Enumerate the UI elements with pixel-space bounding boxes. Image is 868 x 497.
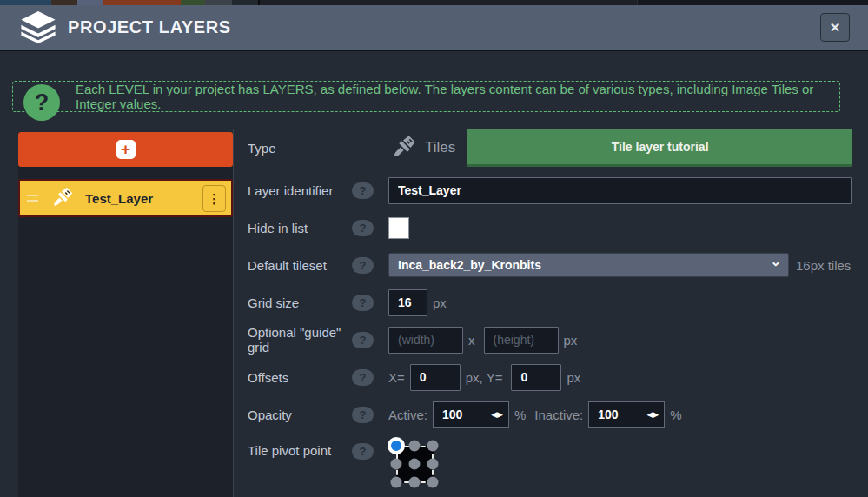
page-title: PROJECT LAYERS (68, 17, 820, 37)
guide-height-input[interactable] (484, 327, 559, 354)
opacity-active-unit: % (514, 408, 526, 422)
pivot-dot-top-center[interactable] (409, 441, 421, 452)
grid-size-row: Grid size ? px (248, 288, 852, 316)
pivot-dot-center[interactable] (409, 459, 421, 470)
pivot-dot-bottom-right[interactable] (427, 477, 439, 488)
selected-tileset: Inca_back2_by_Kronbits (398, 258, 770, 272)
close-button[interactable]: ✕ (820, 13, 850, 42)
identifier-label: Layer identifier (248, 183, 352, 198)
help-icon[interactable]: ? (352, 257, 374, 274)
pivot-dot-bottom-center[interactable] (409, 477, 421, 488)
default-tileset-label: Default tileset (248, 258, 352, 273)
guide-width-input[interactable] (388, 327, 463, 354)
pivot-dot-top-right[interactable] (427, 441, 439, 452)
default-tileset-select[interactable]: Inca_back2_by_Kronbits ⌄ (388, 253, 789, 277)
tile-pivot-widget (388, 438, 442, 492)
hint-text: Each LEVEL in your project has LAYERS, a… (76, 82, 839, 111)
tile-pivot-label: Tile pivot point (248, 443, 352, 458)
help-icon[interactable]: ? (352, 369, 374, 386)
layer-identifier-input[interactable] (388, 177, 852, 204)
panel-header: PROJECT LAYERS ✕ (0, 5, 868, 51)
pivot-dot-middle-left[interactable] (391, 459, 402, 470)
guide-grid-row: Optional "guide" grid ? x px (248, 326, 852, 354)
identifier-row: Layer identifier ? (248, 176, 852, 204)
help-circle-icon: ? (23, 84, 60, 121)
guide-separator: x (468, 333, 475, 348)
guide-grid-label: Optional "guide" grid (248, 325, 352, 355)
layers-list: + Test_Layer ⋮ (18, 132, 233, 497)
pivot-dot-middle-right[interactable] (427, 459, 439, 470)
grid-size-label: Grid size (248, 295, 352, 310)
active-opacity-input[interactable] (434, 408, 491, 421)
hide-in-list-label: Hide in list (248, 221, 352, 235)
active-opacity-stepper: ◀▶ (433, 401, 509, 428)
hide-in-list-checkbox[interactable] (388, 217, 409, 239)
offsets-row: Offsets ? X= px, Y= px (248, 363, 852, 391)
background-app-strip (0, 0, 868, 5)
grid-size-unit: px (433, 295, 447, 310)
help-icon[interactable]: ? (352, 295, 374, 311)
stepper-arrows-icon[interactable]: ◀▶ (646, 410, 659, 419)
tile-pivot-row: Tile pivot point ? (248, 438, 852, 492)
chevron-down-icon: ⌄ (770, 254, 781, 269)
guide-unit: px (564, 333, 578, 348)
opacity-active-label: Active: (388, 408, 427, 422)
offsets-unit: px (567, 370, 580, 385)
help-icon[interactable]: ? (352, 332, 374, 348)
help-icon[interactable]: ? (352, 407, 374, 423)
close-icon: ✕ (830, 20, 841, 36)
hint-banner: ? Each LEVEL in your project has LAYERS,… (12, 81, 840, 112)
pivot-dot-top-left-selected[interactable] (388, 437, 405, 454)
layers-icon (21, 11, 56, 43)
help-icon[interactable]: ? (352, 443, 374, 460)
opacity-row: Opacity ? Active: ◀▶ % Inactive: ◀▶ % (248, 401, 852, 428)
layer-list-item[interactable]: Test_Layer ⋮ (18, 179, 233, 217)
layer-item-label: Test_Layer (85, 191, 202, 206)
pivot-dot-bottom-left[interactable] (391, 477, 402, 488)
inactive-opacity-stepper: ◀▶ (588, 401, 665, 428)
tile-layer-tutorial-button[interactable]: Tile layer tutorial (467, 129, 852, 167)
offsets-label: Offsets (248, 370, 352, 385)
drag-handle-icon[interactable] (27, 193, 38, 203)
offset-x-label: X= (388, 370, 405, 385)
opacity-inactive-label: Inactive: (534, 408, 583, 422)
opacity-label: Opacity (248, 408, 352, 422)
kebab-icon: ⋮ (208, 191, 221, 206)
paintbrush-icon (388, 133, 418, 162)
grid-size-input[interactable] (388, 289, 427, 316)
layer-settings-form: Type Tiles Til (248, 129, 852, 497)
offset-y-label: px, Y= (466, 370, 503, 385)
default-tileset-row: Default tileset ? Inca_back2_by_Kronbits… (248, 251, 852, 279)
add-layer-button[interactable]: + (18, 132, 233, 167)
type-label: Type (248, 141, 352, 156)
offset-x-input[interactable] (410, 364, 461, 391)
type-row: Type Tiles Til (248, 129, 852, 167)
hide-in-list-row: Hide in list ? (248, 214, 852, 242)
layer-options-button[interactable]: ⋮ (202, 185, 226, 212)
plus-icon: + (116, 140, 136, 159)
help-icon[interactable]: ? (352, 182, 374, 199)
offset-y-input[interactable] (511, 364, 561, 391)
tileset-size-text: 16px tiles (796, 258, 851, 273)
inactive-opacity-input[interactable] (589, 408, 646, 421)
layers-column: + Test_Layer ⋮ (18, 129, 234, 497)
opacity-inactive-unit: % (670, 408, 681, 422)
paintbrush-icon (49, 185, 75, 211)
stepper-arrows-icon[interactable]: ◀▶ (491, 410, 503, 419)
help-icon[interactable]: ? (352, 220, 374, 236)
project-layers-body: ? Each LEVEL in your project has LAYERS,… (0, 81, 868, 497)
layer-type-value: Tiles (388, 133, 455, 162)
